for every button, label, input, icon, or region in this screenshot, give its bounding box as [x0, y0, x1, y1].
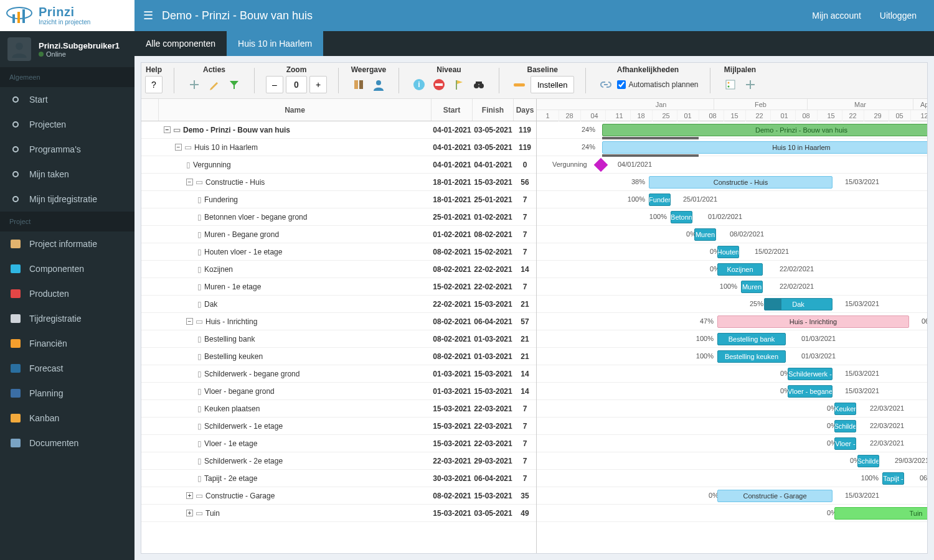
link-icon[interactable] — [597, 76, 615, 93]
sidebar-item[interactable]: Producten — [0, 281, 134, 306]
help-button[interactable]: ? — [145, 76, 163, 93]
bar-end-date: 15/02/2021 — [755, 248, 789, 255]
gantt-bar[interactable]: Demo - Prinzi - Bouw van huis — [602, 124, 927, 136]
sidebar-item[interactable]: Start — [0, 87, 134, 112]
gantt-bar[interactable]: Muren — [741, 281, 763, 293]
gantt-bar[interactable]: Huis 10 in Haarlem — [602, 141, 927, 154]
task-finish: 03-05-2021 — [473, 126, 514, 134]
milestone-icon[interactable] — [594, 158, 608, 172]
task-row[interactable]: + ▭Tuin 15-03-2021 03-05-2021 49 — [141, 505, 536, 522]
task-row[interactable]: ▯Fundering 18-01-2021 25-01-2021 7 — [141, 191, 536, 208]
task-row[interactable]: ▯Schilderwerk - 1e etage 15-03-2021 22-0… — [141, 418, 536, 435]
gantt-bar[interactable]: Tuin — [834, 507, 927, 520]
sidebar-item[interactable]: Tijdregistratie — [0, 306, 134, 331]
task-row[interactable]: ▯Keuken plaatsen 15-03-2021 22-03-2021 7 — [141, 400, 536, 418]
tab[interactable]: Huis 10 in Haarlem — [227, 31, 323, 56]
gantt-bar[interactable]: Betonn — [671, 211, 692, 223]
task-row[interactable]: ▯Kozijnen 08-02-2021 22-02-2021 14 — [141, 261, 536, 278]
milestone-add-icon[interactable] — [742, 76, 759, 93]
gantt-bar[interactable]: Constructie - Huis — [649, 176, 833, 189]
gantt-bar[interactable]: Constructie - Garage — [717, 490, 833, 502]
gantt-timeline[interactable]: JanFebMarApr 128041118250108152201081522… — [537, 99, 927, 553]
expander[interactable]: + — [186, 510, 193, 516]
task-row[interactable]: ▯Dak 22-02-2021 15-03-2021 21 — [141, 296, 536, 313]
gantt-bar[interactable]: Tapijt - — [882, 472, 904, 485]
sidebar-item[interactable]: Programma's — [0, 137, 134, 162]
task-row[interactable]: ▯Schilderwerk - 2e etage 22-03-2021 29-0… — [141, 452, 536, 470]
sidebar-item[interactable]: Planning — [0, 381, 134, 406]
task-row[interactable]: ▯Vloer - 1e etage 15-03-2021 22-03-2021 … — [141, 435, 536, 452]
task-row[interactable]: ▯Vloer - begane grond 01-03-2021 15-03-2… — [141, 383, 536, 400]
task-row[interactable]: ▯Muren - Begane grond 01-02-2021 08-02-2… — [141, 226, 536, 243]
task-row[interactable]: ▯Bestelling bank 08-02-2021 01-03-2021 2… — [141, 330, 536, 348]
expander[interactable]: − — [186, 318, 193, 325]
task-row[interactable]: − ▭Huis 10 in Haarlem 04-01-2021 03-05-2… — [141, 139, 536, 156]
add-icon[interactable] — [186, 76, 203, 93]
menu-toggle[interactable]: ☰ — [134, 0, 162, 31]
gantt-bar[interactable]: Vloer - begane — [788, 385, 833, 398]
gantt-bar[interactable]: Schilde — [857, 455, 879, 467]
level-binoculars-icon[interactable] — [470, 76, 488, 93]
sidebar-item[interactable]: Kanban — [0, 406, 134, 431]
gantt-bar[interactable]: Schilde — [834, 420, 856, 432]
col-start: Start — [432, 99, 473, 121]
sidebar-item[interactable]: Componenten — [0, 256, 134, 281]
task-row[interactable]: − ▭Constructie - Huis 18-01-2021 15-03-2… — [141, 174, 536, 191]
sidebar-item[interactable]: Forecast — [0, 356, 134, 381]
level-flag-icon[interactable] — [450, 76, 468, 93]
gantt-bar[interactable]: Bestelling bank — [717, 333, 786, 345]
autoplan-input[interactable] — [617, 80, 626, 89]
task-row[interactable]: ▯Tapijt - 2e etage 30-03-2021 06-04-2021… — [141, 470, 536, 487]
expander[interactable]: + — [186, 492, 193, 499]
task-row[interactable]: ▯Schilderwerk - begane grond 01-03-2021 … — [141, 365, 536, 383]
zoom-out-button[interactable]: – — [266, 76, 283, 93]
level-info-icon[interactable]: i — [410, 76, 428, 93]
sidebar-item[interactable]: Financiën — [0, 331, 134, 356]
my-account-link[interactable]: Mijn account — [812, 11, 861, 21]
gantt-bar[interactable]: Bestelling keuken — [717, 350, 786, 363]
task-finish: 15-03-2021 — [473, 492, 514, 500]
sidebar-item[interactable]: Mijn tijdregistratie — [0, 187, 134, 212]
logout-link[interactable]: Uitloggen — [880, 11, 917, 21]
gantt-bar[interactable]: Huis - Inrichting — [717, 315, 909, 328]
gantt-bar[interactable]: Keuker — [834, 403, 856, 415]
sidebar-item[interactable]: Projecten — [0, 112, 134, 137]
sidebar-item[interactable]: Mijn taken — [0, 162, 134, 187]
view-book-icon[interactable] — [350, 76, 367, 93]
sidebar-item[interactable]: Documenten — [0, 431, 134, 455]
gantt-bar[interactable]: Vloer - — [834, 437, 856, 450]
svg-rect-8 — [11, 314, 21, 323]
task-row[interactable]: ▯Bestelling keuken 08-02-2021 01-03-2021… — [141, 348, 536, 365]
task-row[interactable]: ▯Houten vloer - 1e etage 08-02-2021 15-0… — [141, 243, 536, 261]
gantt-bar[interactable]: Schilderwerk - — [788, 368, 833, 380]
milestone-label: Vergunning — [552, 161, 587, 168]
milestone-list-icon[interactable] — [722, 76, 739, 93]
task-row[interactable]: + ▭Constructie - Garage 08-02-2021 15-03… — [141, 487, 536, 505]
baseline-set-button[interactable]: Instellen — [531, 76, 574, 93]
gantt-bar[interactable]: Muren — [694, 228, 716, 241]
autoplan-checkbox[interactable]: Automatisch plannen — [617, 80, 698, 89]
gantt-bar[interactable]: Houten — [717, 246, 739, 258]
task-row[interactable]: ▯Muren - 1e etage 15-02-2021 22-02-2021 … — [141, 278, 536, 296]
baseline-bar-icon[interactable] — [511, 76, 528, 93]
expander[interactable]: − — [175, 144, 182, 151]
gantt-bar[interactable]: Dak — [764, 298, 833, 310]
bar-end-date: 06/04/2021 — [920, 474, 927, 482]
expander[interactable]: − — [164, 126, 171, 133]
task-row[interactable]: ▯Vergunning 04-01-2021 04-01-2021 0 — [141, 156, 536, 174]
gantt-bar[interactable]: Funder — [649, 194, 671, 206]
task-row[interactable]: ▯Betonnen vloer - begane grond 25-01-202… — [141, 208, 536, 226]
edit-icon[interactable] — [205, 76, 223, 93]
level-noentry-icon[interactable] — [430, 76, 448, 93]
expander[interactable]: − — [186, 179, 193, 185]
filter-icon[interactable] — [225, 76, 243, 93]
task-row[interactable]: − ▭Huis - Inrichting 08-02-2021 06-04-20… — [141, 313, 536, 330]
task-row[interactable]: − ▭Demo - Prinzi - Bouw van huis 04-01-2… — [141, 121, 536, 139]
tab[interactable]: Alle componenten — [134, 31, 227, 56]
gantt-bar[interactable]: Kozijnen — [717, 263, 763, 276]
task-name: Bestelling bank — [204, 335, 255, 343]
zoom-in-button[interactable]: + — [309, 76, 327, 93]
sidebar-item[interactable]: Project informatie — [0, 231, 134, 256]
view-user-icon[interactable] — [370, 76, 387, 93]
logo[interactable]: Prinzi Inzicht in projecten — [0, 0, 134, 31]
